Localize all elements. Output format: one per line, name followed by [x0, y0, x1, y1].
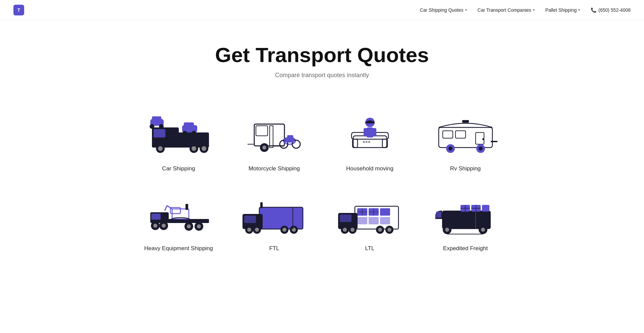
svg-rect-67	[185, 204, 188, 210]
household-moving-icon: ✕✕✕	[333, 106, 407, 159]
ftl-icon	[237, 185, 311, 239]
nav-links: Car Shipping Quotes ▾ Car Transport Comp…	[420, 7, 631, 13]
svg-point-53	[187, 224, 191, 228]
svg-rect-71	[244, 216, 256, 223]
car-shipping-label: Car Shipping	[162, 165, 195, 172]
svg-rect-15	[152, 116, 161, 120]
service-card-expedited-freight[interactable]: Expedited Freight	[421, 185, 510, 252]
nav-pallet-shipping[interactable]: Pallet Shipping ▾	[545, 7, 580, 13]
svg-rect-72	[260, 202, 263, 208]
nav-phone[interactable]: 📞 (650) 552-4008	[591, 7, 631, 13]
motorcycle-shipping-label: Motorcycle Shipping	[249, 165, 300, 172]
svg-point-16	[150, 124, 154, 129]
heavy-equipment-label: Heavy Equipment Shipping	[144, 245, 213, 252]
ltl-icon	[333, 185, 407, 239]
svg-point-61	[162, 224, 166, 228]
household-moving-label: Household moving	[346, 165, 393, 172]
svg-point-76	[255, 228, 259, 232]
svg-rect-94	[340, 215, 352, 222]
svg-point-4	[158, 146, 163, 151]
phone-icon: 📞	[591, 7, 596, 13]
expedited-freight-icon	[429, 185, 502, 239]
motorcycle-shipping-icon	[237, 106, 311, 159]
svg-point-59	[153, 224, 157, 228]
svg-rect-41	[443, 131, 453, 138]
svg-rect-42	[455, 131, 466, 138]
svg-rect-19	[256, 126, 268, 136]
chevron-down-icon: ▾	[578, 8, 580, 12]
service-card-car-shipping[interactable]: Car Shipping	[134, 106, 223, 172]
svg-rect-37	[364, 128, 368, 136]
svg-point-78	[282, 228, 286, 232]
logo[interactable]: T	[13, 5, 24, 15]
svg-rect-20	[270, 126, 273, 148]
svg-rect-39	[365, 122, 375, 123]
svg-point-44	[482, 138, 484, 140]
svg-rect-68	[259, 207, 303, 229]
service-grid: Car Shipping	[121, 106, 523, 252]
svg-point-6	[192, 146, 196, 151]
svg-point-47	[448, 147, 452, 151]
service-card-ftl[interactable]: FTL	[230, 185, 319, 252]
svg-rect-45	[491, 141, 497, 142]
navigation: T Car Shipping Quotes ▾ Car Transport Co…	[0, 0, 644, 20]
car-shipping-icon	[142, 106, 216, 159]
svg-point-98	[351, 228, 355, 232]
rv-shipping-icon	[429, 106, 502, 159]
svg-rect-50	[462, 120, 469, 123]
svg-point-112	[445, 228, 449, 232]
hero-subtitle: Compare transport quotes instantly	[7, 72, 637, 79]
svg-rect-38	[372, 128, 376, 136]
svg-point-80	[292, 228, 296, 232]
svg-point-102	[387, 228, 391, 232]
svg-point-100	[378, 228, 382, 232]
service-card-heavy-equipment[interactable]: Heavy Equipment Shipping	[134, 185, 223, 252]
service-card-motorcycle-shipping[interactable]: Motorcycle Shipping	[230, 106, 319, 172]
svg-point-22	[262, 146, 266, 150]
svg-rect-85	[380, 208, 390, 216]
chevron-down-icon: ▾	[533, 8, 535, 12]
service-card-ltl[interactable]: LTL	[325, 185, 414, 252]
rv-shipping-label: Rv Shipping	[450, 165, 481, 172]
svg-point-55	[197, 224, 201, 228]
svg-rect-88	[380, 217, 390, 224]
svg-point-96	[343, 228, 347, 232]
svg-rect-2	[154, 129, 165, 137]
ftl-label: FTL	[269, 245, 279, 252]
chevron-down-icon: ▾	[465, 8, 467, 12]
svg-rect-87	[369, 217, 379, 224]
svg-point-8	[202, 146, 206, 151]
svg-point-114	[481, 228, 485, 232]
hero-title: Get Transport Quotes	[7, 44, 637, 66]
nav-car-transport-companies[interactable]: Car Transport Companies ▾	[478, 7, 535, 13]
service-card-rv-shipping[interactable]: Rv Shipping	[421, 106, 510, 172]
nav-car-shipping-quotes[interactable]: Car Shipping Quotes ▾	[420, 7, 467, 13]
svg-rect-57	[151, 214, 161, 220]
ltl-label: LTL	[365, 245, 374, 252]
hero-section: Get Transport Quotes Compare transport q…	[0, 20, 644, 89]
heavy-equipment-icon	[142, 185, 216, 239]
svg-rect-43	[476, 132, 484, 144]
expedited-freight-label: Expedited Freight	[443, 245, 488, 252]
svg-point-13	[192, 131, 196, 135]
svg-text:✕✕✕: ✕✕✕	[363, 139, 370, 144]
svg-line-65	[165, 206, 167, 211]
service-card-household-moving[interactable]: ✕✕✕ Household moving	[325, 106, 414, 172]
svg-rect-86	[357, 217, 367, 224]
svg-rect-106	[482, 205, 489, 212]
svg-rect-27	[287, 135, 293, 138]
svg-point-74	[247, 228, 251, 232]
svg-point-12	[182, 131, 187, 135]
svg-point-49	[479, 147, 483, 151]
svg-rect-11	[184, 122, 194, 126]
svg-point-17	[159, 124, 164, 129]
